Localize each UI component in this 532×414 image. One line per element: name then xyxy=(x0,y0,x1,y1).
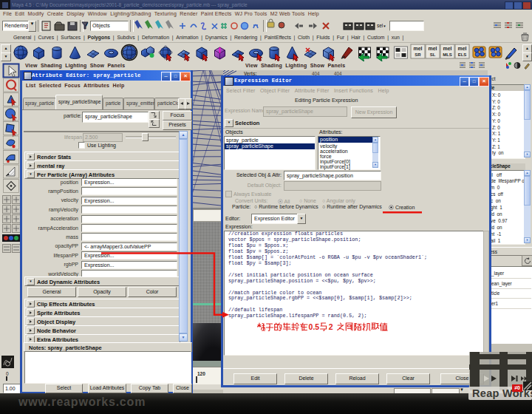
svg-text:0.5: 0.5 xyxy=(309,322,320,331)
svg-text:mel: mel xyxy=(428,46,437,51)
svg-text:MLS: MLS xyxy=(443,52,452,57)
svg-text:ELS: ELS xyxy=(458,52,467,57)
svg-text:mel: mel xyxy=(457,46,466,51)
svg-text:mel: mel xyxy=(443,46,451,51)
svg-text:mel: mel xyxy=(413,46,422,51)
svg-text:SL: SL xyxy=(430,52,436,57)
svg-text:2: 2 xyxy=(329,322,333,331)
svg-text:SR: SR xyxy=(415,52,421,57)
